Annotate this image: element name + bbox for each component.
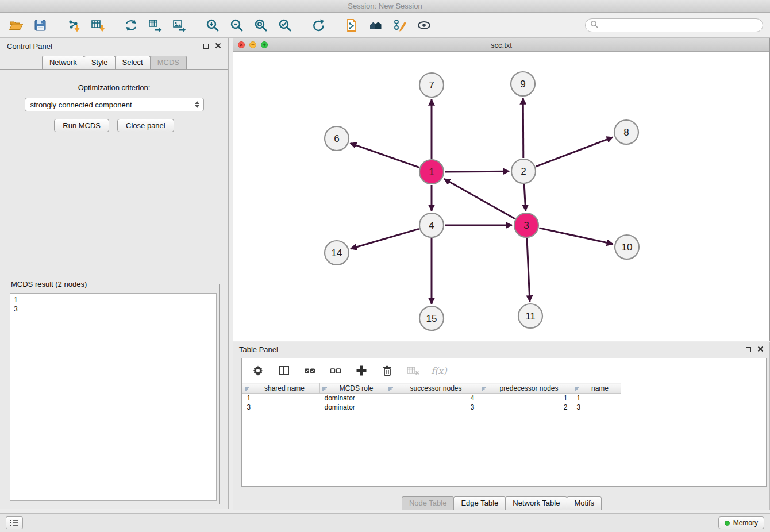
task-history-button[interactable] <box>6 516 23 529</box>
window-title: Session: New Session <box>348 2 422 10</box>
show-graphics-details-icon[interactable] <box>415 16 433 34</box>
run-mcds-button[interactable]: Run MCDS <box>54 119 109 132</box>
graph-edge-1-2[interactable] <box>445 171 509 172</box>
column-header-mcds-role[interactable]: MCDS role <box>320 383 386 394</box>
memory-status-icon <box>725 521 730 526</box>
graph-node-label: 6 <box>334 133 339 144</box>
memory-button[interactable]: Memory <box>718 516 764 529</box>
mcds-result-group: MCDS result (2 nodes) 1 3 <box>7 280 220 504</box>
tab-motifs[interactable]: Motifs <box>567 496 602 510</box>
control-panel: Control Panel Network Style Select MCDS … <box>0 38 229 509</box>
float-table-panel-icon[interactable] <box>746 347 751 352</box>
search-field[interactable] <box>585 18 763 32</box>
import-table-icon[interactable] <box>88 16 107 34</box>
graph-node-2[interactable]: 2 <box>511 159 536 183</box>
close-panel-button[interactable]: Close panel <box>117 119 174 132</box>
show-columns-icon[interactable] <box>277 364 291 377</box>
graph-node-4[interactable]: 4 <box>419 213 444 237</box>
table-row[interactable]: 1 dominator 4 1 1 <box>242 394 621 403</box>
network-document-icon[interactable] <box>342 16 361 34</box>
column-sort-icon <box>574 385 580 394</box>
graph-node-label: 15 <box>426 313 437 324</box>
refresh-view-icon[interactable] <box>309 16 328 34</box>
select-all-icon[interactable] <box>303 364 317 377</box>
graph-edge-3-11[interactable] <box>527 238 530 302</box>
delete-row-icon[interactable] <box>380 364 394 377</box>
close-window-icon[interactable] <box>238 41 245 48</box>
zoom-fit-icon[interactable] <box>252 16 270 34</box>
function-builder-icon[interactable]: f(x) <box>432 364 446 377</box>
graph-edge-3-10[interactable] <box>540 228 613 244</box>
column-header-name[interactable]: name <box>572 383 621 394</box>
table-settings-icon[interactable] <box>251 364 265 377</box>
graph-edge-2-9[interactable] <box>523 98 523 158</box>
maximize-window-icon[interactable] <box>261 41 268 48</box>
graph-edge-2-3[interactable] <box>524 184 526 211</box>
network-view-window: scc.txt 796812431410151 <box>233 38 770 341</box>
add-row-icon[interactable] <box>355 364 368 377</box>
import-network-icon[interactable] <box>64 16 83 34</box>
graph-node-7[interactable]: 7 <box>419 73 444 97</box>
open-session-icon[interactable] <box>7 16 25 34</box>
apply-style-icon[interactable] <box>391 16 409 34</box>
graph-edge-1-6[interactable] <box>351 143 419 167</box>
graph-node-label: 8 <box>623 127 629 138</box>
column-header-predecessor-nodes[interactable]: predecessor nodes <box>479 383 572 394</box>
graph-node-15[interactable]: 15 <box>419 306 444 330</box>
network-canvas[interactable]: 7968124314101511 <box>233 52 769 341</box>
graph-node-6[interactable]: 6 <box>325 126 349 151</box>
network-window-title: scc.txt <box>233 41 769 49</box>
search-input[interactable] <box>602 20 758 30</box>
tab-network-table[interactable]: Network Table <box>505 496 567 510</box>
graph-node-1[interactable]: 1 <box>419 160 444 184</box>
table-panel-tabs: Node Table Edge Table Network Table Moti… <box>233 496 769 510</box>
graph-node-label: 11 <box>525 311 536 322</box>
graph-node-8[interactable]: 8 <box>614 120 638 144</box>
optimization-criterion-label: Optimization criterion: <box>0 83 228 92</box>
graph-node-3[interactable]: 3 <box>514 213 538 237</box>
graph-edge-2-8[interactable] <box>536 137 613 167</box>
graph-node-14[interactable]: 14 <box>325 241 349 265</box>
first-neighbors-icon[interactable] <box>367 16 385 34</box>
column-header-shared-name[interactable]: shared name <box>242 383 320 394</box>
window-titlebar: Session: New Session <box>0 0 770 13</box>
memory-label: Memory <box>733 519 758 527</box>
close-table-panel-icon[interactable] <box>757 345 764 354</box>
graph-node-label: 2 <box>521 166 526 177</box>
graph-edge-3-1[interactable] <box>444 179 515 218</box>
graph-node-label: 9 <box>520 79 525 90</box>
export-table-icon[interactable] <box>146 16 164 34</box>
close-panel-icon[interactable] <box>215 42 221 51</box>
tab-network[interactable]: Network <box>42 56 84 69</box>
node-table-container: f(x) shared name MCDS role <box>241 358 767 487</box>
network-graph: 7968124314101511 <box>233 52 769 341</box>
column-header-successor-nodes[interactable]: successor nodes <box>386 383 479 394</box>
zoom-out-icon[interactable] <box>228 16 246 34</box>
graph-node-9[interactable]: 9 <box>511 72 535 96</box>
tab-edge-table[interactable]: Edge Table <box>453 496 506 510</box>
table-row[interactable]: 3 dominator 3 2 3 <box>242 403 621 412</box>
export-image-icon[interactable] <box>170 16 188 34</box>
graph-node-10[interactable]: 10 <box>615 235 639 259</box>
delete-table-icon[interactable] <box>406 364 420 377</box>
graph-edge-4-14[interactable] <box>351 229 419 249</box>
zoom-in-icon[interactable] <box>203 16 222 34</box>
mcds-result-value: 3 <box>14 304 213 314</box>
tab-mcds[interactable]: MCDS <box>150 56 187 69</box>
optimization-criterion-select[interactable]: strongly connected component <box>25 98 204 111</box>
deselect-all-icon[interactable] <box>329 364 342 377</box>
main-toolbar <box>0 13 770 38</box>
minimize-window-icon[interactable] <box>249 41 256 48</box>
mcds-result-list: 1 3 <box>10 293 217 501</box>
table-panel: Table Panel <box>233 342 770 510</box>
tab-select[interactable]: Select <box>115 56 151 69</box>
zoom-selected-icon[interactable] <box>276 16 294 34</box>
float-panel-icon[interactable] <box>203 44 209 49</box>
graph-node-11[interactable]: 11 <box>518 304 542 328</box>
save-session-icon[interactable] <box>31 16 49 34</box>
export-network-icon[interactable] <box>122 16 140 34</box>
criterion-value: strongly connected component <box>30 101 132 109</box>
tab-style[interactable]: Style <box>84 56 116 69</box>
network-window-titlebar: scc.txt <box>233 38 769 52</box>
tab-node-table[interactable]: Node Table <box>402 496 455 510</box>
